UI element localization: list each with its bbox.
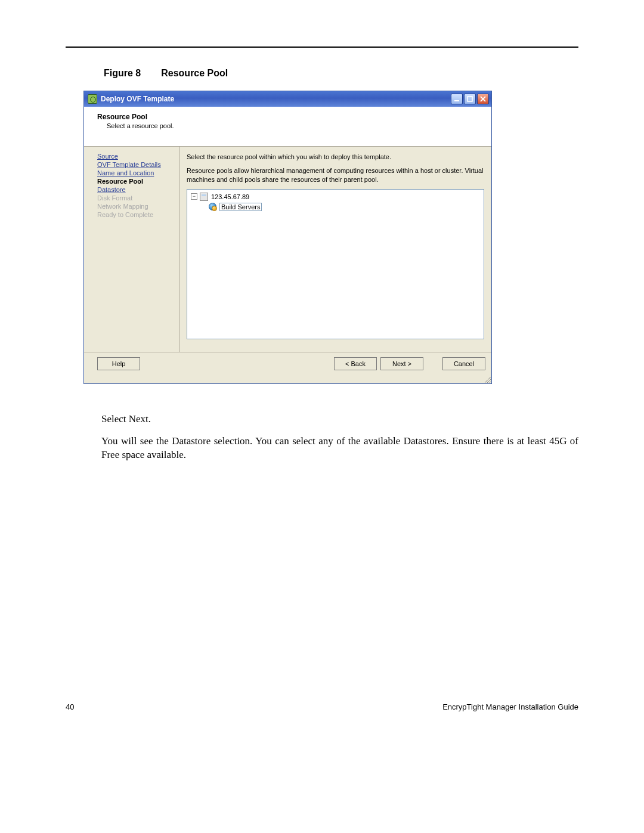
back-button[interactable]: < Back <box>334 357 377 370</box>
page-footer: 40 EncrypTight Manager Installation Guid… <box>66 702 578 711</box>
wizard-step-subtitle: Select a resource pool. <box>107 122 485 129</box>
nav-step-network-mapping: Network Mapping <box>97 203 175 210</box>
guide-title: EncrypTight Manager Installation Guide <box>442 702 578 711</box>
tree-pool-label: Build Servers <box>219 203 262 211</box>
svg-rect-0 <box>454 100 459 101</box>
minimize-icon <box>454 96 460 102</box>
host-icon <box>200 193 208 201</box>
window-title: Deploy OVF Template <box>101 95 451 103</box>
figure-caption: Figure 8Resource Pool <box>104 68 578 79</box>
doc-paragraph-2: You will see the Datastore selection. Yo… <box>101 435 578 462</box>
wizard-main: Select the resource pool within which yo… <box>179 147 491 352</box>
close-icon <box>480 96 486 102</box>
doc-paragraph-1: Select Next. <box>101 413 578 426</box>
nav-step-source[interactable]: Source <box>97 153 175 160</box>
window-titlebar: Deploy OVF Template <box>84 91 491 107</box>
resource-pool-tree[interactable]: − 123.45.67.89 Build Servers <box>187 189 484 339</box>
document-body-text: Select Next. You will see the Datastore … <box>101 413 578 462</box>
minimize-button[interactable] <box>451 94 463 104</box>
nav-step-resource-pool: Resource Pool <box>97 178 175 185</box>
resize-grip[interactable] <box>84 376 491 383</box>
figure-label: Figure 8 <box>104 68 141 78</box>
resize-grip-icon <box>484 376 491 383</box>
nav-step-disk-format: Disk Format <box>97 194 175 202</box>
tree-host-row[interactable]: − 123.45.67.89 <box>191 192 480 202</box>
wizard-header: Resource Pool Select a resource pool. <box>84 107 491 147</box>
collapse-icon[interactable]: − <box>191 193 197 200</box>
nav-step-datastore[interactable]: Datastore <box>97 186 175 193</box>
tree-host-label: 123.45.67.89 <box>211 193 249 200</box>
tree-pool-row[interactable]: Build Servers <box>191 202 480 212</box>
page-top-rule <box>66 47 578 48</box>
window-button-group <box>451 94 489 104</box>
deploy-ovf-window: Deploy OVF Template Resource Pool Select… <box>83 91 492 384</box>
app-icon <box>88 94 97 104</box>
page-number: 40 <box>66 702 74 711</box>
cancel-button[interactable]: Cancel <box>442 357 485 370</box>
resource-pool-icon <box>209 203 216 210</box>
maximize-button[interactable] <box>464 94 476 104</box>
nav-step-ovf-details[interactable]: OVF Template Details <box>97 161 175 168</box>
close-button[interactable] <box>477 94 489 104</box>
wizard-step-title: Resource Pool <box>97 113 485 121</box>
svg-rect-1 <box>467 97 472 101</box>
nav-step-name-location[interactable]: Name and Location <box>97 169 175 176</box>
maximize-icon <box>467 96 473 102</box>
next-button[interactable]: Next > <box>380 357 423 370</box>
wizard-body: Source OVF Template Details Name and Loc… <box>84 147 491 352</box>
figure-title: Resource Pool <box>161 68 228 78</box>
instruction-line-2: Resource pools allow hierarchical manage… <box>187 166 484 184</box>
instruction-line-1: Select the resource pool within which yo… <box>187 153 484 162</box>
wizard-nav: Source OVF Template Details Name and Loc… <box>84 147 179 352</box>
nav-step-ready-complete: Ready to Complete <box>97 211 175 218</box>
help-button[interactable]: Help <box>97 357 140 370</box>
wizard-footer: Help < Back Next > Cancel <box>84 352 491 376</box>
